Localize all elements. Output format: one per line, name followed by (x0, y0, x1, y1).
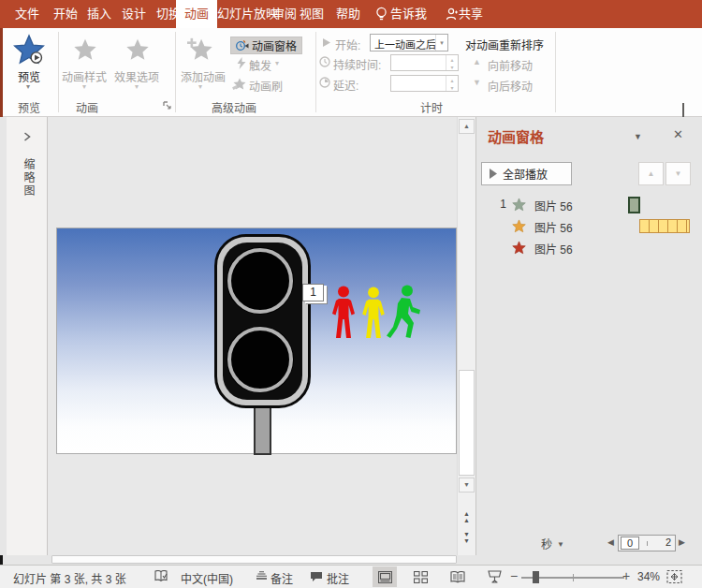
start-value: 上一动画之后 (371, 35, 435, 51)
menu-home[interactable]: 开始 (53, 0, 78, 28)
menu-insert[interactable]: 插入 (87, 0, 111, 28)
timeline-right-arrow-icon[interactable]: ▶ (679, 537, 685, 547)
proofing-book-icon[interactable] (154, 570, 168, 582)
zoom-in-icon[interactable]: + (622, 568, 630, 583)
duration-clock-icon (319, 56, 330, 67)
timeline-start-value: 0 (621, 537, 639, 550)
menu-file[interactable]: 文件 (15, 0, 39, 28)
seconds-dropdown[interactable]: 秒 (541, 536, 552, 551)
start-label: 开始: (335, 37, 360, 52)
language-indicator[interactable]: 中文(中国) (181, 570, 233, 586)
zoom-slider-thumb[interactable] (533, 571, 539, 583)
scrollbar-down-icon[interactable]: ▼ (459, 478, 475, 492)
comments-button[interactable]: 批注 (327, 570, 349, 586)
traffic-light-pole[interactable] (254, 408, 271, 455)
duration-spin-arrows-icon[interactable]: ▴▾ (446, 55, 458, 70)
powerpoint-window: 文件 开始 插入 设计 切换 动画 幻灯片放映 审阅 视图 帮助 告诉我 共享 … (0, 0, 702, 588)
vertical-scrollbar[interactable]: ▲ ▼ ▲▲ ▼▼ (457, 117, 475, 555)
slide-editor[interactable]: 1 (48, 117, 457, 555)
menu-animations-active-tab[interactable]: 动画 (176, 0, 217, 28)
normal-view-button[interactable] (373, 566, 397, 587)
ribbon: 预览 ▾ 预览 动画样式 ▾ 效果选项 ▾ 动画 (0, 28, 702, 117)
person-yellow-shape[interactable] (359, 287, 388, 339)
menu-bar: 文件 开始 插入 设计 切换 动画 幻灯片放映 审阅 视图 帮助 告诉我 共享 (0, 0, 702, 28)
effect-options-star-icon (125, 37, 150, 62)
duration-spinner[interactable]: ▴▾ (390, 54, 459, 71)
animation-styles-dropdown-icon[interactable]: ▾ (82, 82, 86, 91)
animation-pane-button[interactable]: 动画窗格 (230, 37, 302, 54)
animation-item-label: 图片 56 (534, 219, 573, 235)
thumbnail-panel-collapsed[interactable]: 缩略图 (7, 117, 48, 555)
animation-pane-label: 动画窗格 (252, 37, 297, 53)
expand-thumbnails-chevron-icon[interactable] (23, 132, 31, 141)
fit-slide-icon[interactable] (666, 569, 682, 584)
slide-counter[interactable]: 幻灯片 第 3 张, 共 3 张 (13, 570, 126, 586)
delay-spinner[interactable]: ▴▾ (390, 75, 459, 92)
animation-pane: 动画窗格 ▼ ✕ 全部播放 ▲ ▼ 1 图片 56 (475, 117, 702, 555)
menu-slideshow[interactable]: 幻灯片放映 (217, 0, 278, 28)
start-dropdown[interactable]: 上一动画之后 ▾ (370, 34, 448, 51)
animation-pane-title: 动画窗格 (488, 126, 544, 146)
slide-sorter-button[interactable] (408, 566, 432, 587)
entrance-star-icon (512, 198, 526, 212)
delay-spin-arrows-icon[interactable]: ▴▾ (446, 76, 458, 91)
play-all-button[interactable]: 全部播放 (481, 162, 572, 185)
pane-menu-chevron-icon[interactable]: ▼ (634, 132, 642, 141)
notes-button[interactable]: 备注 (271, 570, 293, 586)
scrollbar-up-icon[interactable]: ▲ (459, 119, 475, 134)
group-separator (315, 32, 316, 112)
menu-review[interactable]: 审阅 (272, 0, 297, 28)
window-edge (0, 28, 3, 117)
animation-item-row[interactable]: 图片 56 (476, 237, 701, 258)
reorder-up-button[interactable]: ▲ (638, 162, 664, 185)
workspace: 缩略图 1 (0, 117, 702, 555)
trigger-dropdown-icon[interactable]: ▾ (275, 59, 279, 67)
start-dropdown-caret-icon[interactable]: ▾ (435, 35, 447, 51)
dialog-launcher-icon[interactable] (163, 101, 172, 110)
effect-options-dropdown-icon[interactable]: ▾ (135, 82, 139, 91)
person-green-shape[interactable] (387, 285, 422, 339)
menu-help[interactable]: 帮助 (336, 0, 360, 28)
traffic-light-shape[interactable] (214, 234, 311, 408)
horizontal-scrollbar[interactable] (51, 555, 457, 564)
pane-close-icon[interactable]: ✕ (673, 127, 683, 141)
zoom-slider-center-tick (573, 574, 574, 581)
animation-pane-icon (236, 40, 249, 51)
add-animation-dropdown-icon[interactable]: ▾ (198, 82, 202, 91)
zoom-out-icon[interactable]: − (510, 568, 518, 583)
slideshow-button[interactable] (482, 566, 506, 587)
animation-number-badge: 1 (302, 284, 324, 301)
menu-share[interactable]: 共享 (459, 0, 483, 28)
menu-design[interactable]: 设计 (122, 0, 146, 28)
notes-icon (256, 571, 268, 582)
timeline-range-box[interactable]: 0 2 (618, 535, 676, 551)
group-separator (58, 32, 59, 112)
timeline-entrance-block[interactable] (628, 197, 640, 213)
timeline-left-arrow-icon[interactable]: ◀ (607, 537, 614, 547)
preview-dropdown-icon[interactable]: ▾ (26, 82, 30, 91)
move-earlier-label: 向前移动 (488, 57, 533, 73)
lightbulb-icon (375, 7, 388, 22)
timeline-emphasis-bar[interactable] (639, 219, 690, 233)
person-red-shape[interactable] (329, 286, 358, 339)
reading-view-button[interactable] (446, 566, 470, 587)
menu-tell-me[interactable]: 告诉我 (390, 0, 427, 28)
seconds-dropdown-icon[interactable]: ▼ (557, 540, 564, 549)
move-later-arrow-icon: ▼ (473, 78, 481, 87)
animation-item-row[interactable]: 图片 56 (476, 215, 701, 237)
menu-view[interactable]: 视图 (300, 0, 324, 28)
delay-label: 延迟: (333, 77, 358, 93)
exit-star-icon (512, 241, 526, 255)
animation-painter-icon (232, 78, 246, 91)
previous-slide-icon[interactable]: ▲▲ (461, 510, 473, 525)
zoom-percentage[interactable]: 34% (637, 570, 660, 583)
collapse-ribbon-icon[interactable] (682, 105, 684, 118)
next-slide-icon[interactable]: ▼▼ (461, 531, 473, 546)
animation-item-row[interactable]: 1 图片 56 (476, 194, 701, 215)
traffic-light-top-lamp (227, 248, 293, 314)
play-all-label: 全部播放 (503, 166, 548, 182)
slide-canvas[interactable]: 1 (56, 228, 457, 454)
reorder-down-button[interactable]: ▼ (665, 162, 691, 185)
move-earlier-arrow-icon: ▲ (473, 57, 481, 66)
scrollbar-thumb[interactable] (459, 370, 475, 476)
